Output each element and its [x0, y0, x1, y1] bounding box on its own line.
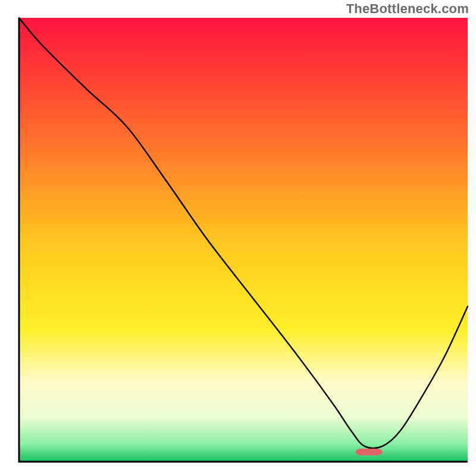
- gradient-background: [19, 18, 468, 462]
- watermark-text: TheBottleneck.com: [346, 1, 469, 17]
- plot-area: [19, 18, 468, 462]
- bottleneck-chart: [0, 0, 476, 476]
- optimal-marker: [356, 449, 383, 455]
